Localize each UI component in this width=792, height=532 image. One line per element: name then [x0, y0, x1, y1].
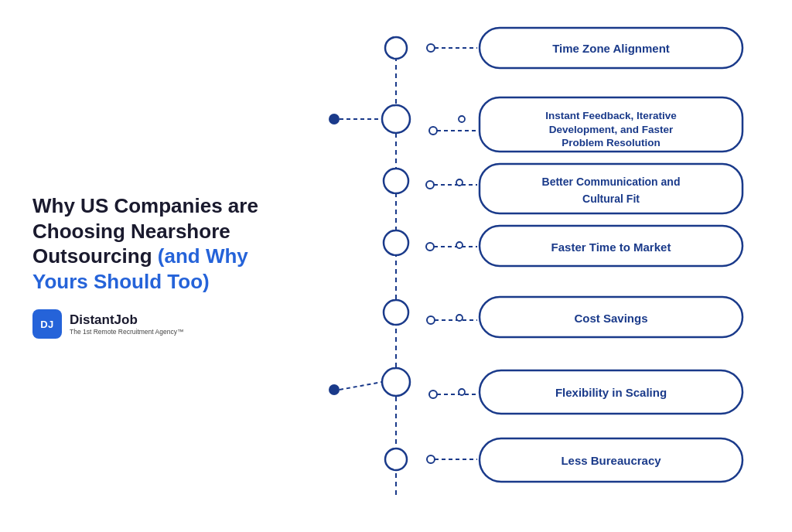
svg-text:Instant Feedback, Iterative: Instant Feedback, Iterative — [545, 110, 677, 121]
svg-text:Problem Resolution: Problem Resolution — [562, 137, 661, 148]
svg-line-11 — [340, 382, 382, 390]
logo-tagline: The 1st Remote Recruitment Agency™ — [70, 328, 183, 336]
main-container: Why US Companies are Choosing Nearshore … — [9, 11, 783, 521]
svg-point-20 — [426, 243, 434, 251]
svg-point-26 — [429, 390, 437, 398]
svg-point-23 — [427, 316, 435, 324]
svg-point-22 — [456, 242, 463, 248]
svg-text:Flexibility in Scaling: Flexibility in Scaling — [555, 386, 667, 399]
svg-text:Time Zone Alignment: Time Zone Alignment — [552, 42, 670, 55]
svg-point-19 — [456, 179, 463, 186]
svg-point-7 — [385, 448, 407, 470]
svg-point-4 — [384, 230, 408, 255]
svg-point-3 — [384, 169, 408, 193]
logo-abbr: DJ — [40, 319, 54, 330]
svg-point-6 — [382, 368, 410, 396]
logo-name: DistantJob — [70, 312, 183, 328]
title-highlight: (and Why Yours Should Too) — [32, 244, 248, 293]
svg-text:Less Bureaucracy: Less Bureaucracy — [561, 454, 661, 467]
main-title: Why US Companies are Choosing Nearshore … — [32, 193, 272, 294]
logo-box: DJ — [32, 309, 62, 339]
svg-point-2 — [382, 105, 410, 133]
svg-point-12 — [427, 44, 435, 52]
left-panel: Why US Companies are Choosing Nearshore … — [9, 193, 272, 339]
svg-point-8 — [329, 114, 340, 124]
svg-point-28 — [459, 389, 465, 395]
svg-point-17 — [426, 181, 434, 189]
svg-text:Faster Time to Market: Faster Time to Market — [551, 240, 671, 254]
svg-text:Better Communication and: Better Communication and — [542, 176, 681, 188]
svg-point-5 — [384, 300, 408, 325]
svg-text:Cultural Fit: Cultural Fit — [582, 193, 640, 205]
svg-point-25 — [456, 315, 463, 321]
svg-point-16 — [459, 116, 465, 122]
svg-rect-37 — [480, 164, 742, 213]
svg-point-29 — [427, 455, 435, 463]
svg-point-14 — [429, 127, 437, 135]
svg-point-9 — [329, 384, 340, 395]
svg-text:Cost Savings: Cost Savings — [574, 312, 647, 325]
svg-text:Development, and Faster: Development, and Faster — [549, 124, 674, 135]
logo-text: DistantJob The 1st Remote Recruitment Ag… — [70, 312, 183, 336]
diagram-area: Time Zone Alignment Instant Feedback, It… — [272, 11, 783, 521]
diagram-svg: Time Zone Alignment Instant Feedback, It… — [272, 11, 783, 521]
logo-area: DJ DistantJob The 1st Remote Recruitment… — [32, 309, 272, 339]
svg-point-1 — [385, 37, 407, 59]
